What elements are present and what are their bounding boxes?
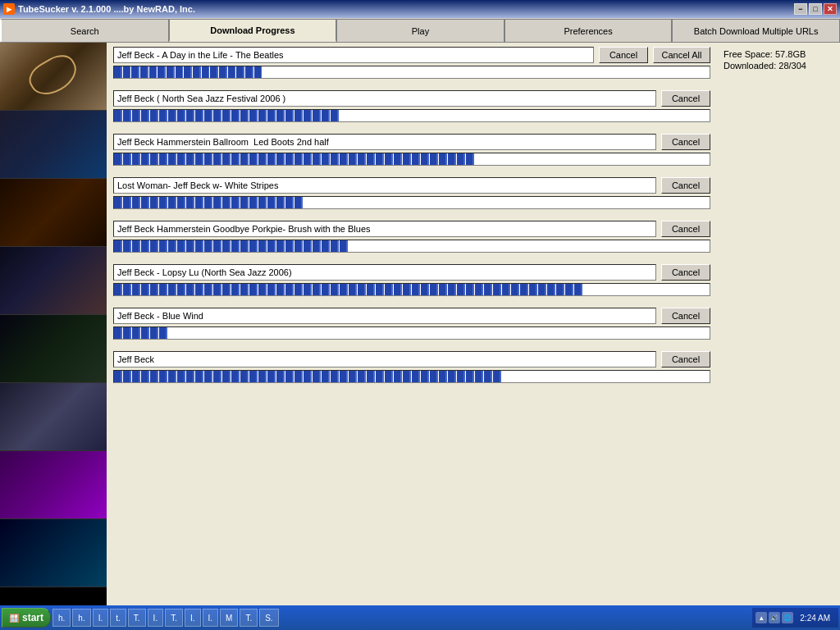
cancel-button-6[interactable]: Cancel: [661, 308, 710, 324]
taskbar-item-12[interactable]: S.: [259, 609, 278, 627]
download-item-0: Cancel Cancel All: [113, 47, 710, 79]
taskbar: 🪟 start h. h. I. t. T. I. T. I. I. M T. …: [0, 605, 840, 630]
taskbar-item-1[interactable]: h.: [52, 609, 71, 627]
title-bar-left: ▶ TubeSucker v. 2.1.000 ....by NewRAD, I…: [3, 3, 195, 15]
download-title-input-2[interactable]: [113, 134, 656, 150]
download-title-input-4[interactable]: [113, 221, 656, 237]
tab-search[interactable]: Search: [0, 19, 169, 42]
download-title-input-7[interactable]: [113, 351, 656, 368]
tab-bar: Search Download Progress Play Preference…: [0, 18, 840, 43]
cancel-button-1[interactable]: Cancel: [661, 90, 710, 107]
main-area: Cancel Cancel All Cancel: [0, 43, 840, 605]
taskbar-item-10[interactable]: M: [220, 609, 238, 627]
taskbar-item-2[interactable]: h.: [72, 609, 90, 627]
taskbar-item-3[interactable]: I.: [93, 609, 109, 627]
cancel-button-7[interactable]: Cancel: [661, 351, 710, 368]
download-title-input-3[interactable]: [113, 177, 656, 194]
app-title: TubeSucker v. 2.1.000 ....by NewRAD, Inc…: [18, 4, 195, 14]
download-item-7: Cancel: [113, 351, 710, 383]
progress-bar-0: [113, 66, 710, 79]
downloaded-label: Downloaded: 28/304: [724, 61, 806, 71]
tab-batch[interactable]: Batch Download Multiple URLs: [672, 19, 840, 42]
taskbar-item-11[interactable]: T.: [240, 609, 258, 627]
progress-bar-5: [113, 283, 710, 296]
download-item-5: Cancel: [113, 264, 710, 296]
taskbar-item-5[interactable]: T.: [128, 609, 146, 627]
download-title-input-5[interactable]: [113, 264, 656, 281]
thumbnail-sidebar: [0, 43, 107, 605]
thumbnail-7: [0, 451, 107, 519]
progress-bar-1: [113, 109, 710, 122]
thumbnail-2: [0, 111, 107, 179]
progress-bar-4: [113, 240, 710, 253]
download-title-input-0[interactable]: [113, 47, 594, 63]
title-bar: ▶ TubeSucker v. 2.1.000 ....by NewRAD, I…: [0, 0, 840, 18]
free-space-label: Free Space: 57.8GB: [724, 49, 806, 59]
thumbnail-1: [0, 43, 107, 111]
thumbnail-3: [0, 179, 107, 247]
thumbnail-6: [0, 383, 107, 451]
taskbar-item-6[interactable]: I.: [148, 609, 164, 627]
download-item-4: Cancel: [113, 221, 710, 253]
tray-icon-3[interactable]: 🌐: [782, 612, 793, 623]
thumbnail-5: [0, 315, 107, 383]
cancel-button-0[interactable]: Cancel: [599, 47, 648, 63]
progress-bar-6: [113, 326, 710, 340]
system-tray: ▲ 🔊 🌐 2:24 AM: [752, 608, 838, 628]
tab-download-progress[interactable]: Download Progress: [169, 19, 337, 42]
cancel-button-3[interactable]: Cancel: [661, 177, 710, 194]
cancel-button-5[interactable]: Cancel: [661, 264, 710, 281]
download-item-2: Cancel: [113, 134, 710, 166]
cancel-button-4[interactable]: Cancel: [661, 221, 710, 237]
title-bar-controls: − □ ✕: [794, 3, 837, 15]
thumbnail-4: [0, 247, 107, 315]
download-item-3: Cancel: [113, 177, 710, 209]
cancel-button-2[interactable]: Cancel: [661, 134, 710, 150]
app-icon: ▶: [3, 3, 15, 15]
taskbar-item-9[interactable]: I.: [203, 609, 219, 627]
close-button[interactable]: ✕: [824, 3, 837, 15]
minimize-button[interactable]: −: [794, 3, 807, 15]
maximize-button[interactable]: □: [809, 3, 822, 15]
cancel-all-button[interactable]: Cancel All: [653, 47, 710, 63]
system-clock: 2:24 AM: [795, 614, 835, 623]
start-button[interactable]: 🪟 start: [2, 608, 51, 628]
download-area: Cancel Cancel All Cancel: [107, 43, 717, 605]
thumbnail-8: [0, 519, 107, 587]
download-item-6: Cancel: [113, 308, 710, 340]
tray-icon-2[interactable]: 🔊: [769, 612, 780, 623]
taskbar-items: h. h. I. t. T. I. T. I. I. M T. S.: [52, 609, 751, 627]
progress-bar-2: [113, 153, 710, 166]
progress-bar-3: [113, 196, 710, 209]
progress-bar-7: [113, 370, 710, 383]
tab-play[interactable]: Play: [336, 19, 504, 42]
taskbar-item-7[interactable]: T.: [165, 609, 183, 627]
tray-icon-1[interactable]: ▲: [756, 612, 767, 623]
download-title-input-1[interactable]: [113, 90, 656, 107]
taskbar-item-8[interactable]: I.: [185, 609, 201, 627]
download-title-row-0: Cancel Cancel All: [113, 47, 710, 63]
download-item-1: Cancel: [113, 90, 710, 122]
download-title-input-6[interactable]: [113, 308, 656, 324]
taskbar-item-4[interactable]: t.: [110, 609, 126, 627]
info-panel: Free Space: 57.8GB Downloaded: 28/304: [717, 43, 840, 605]
tab-preferences[interactable]: Preferences: [504, 19, 673, 42]
